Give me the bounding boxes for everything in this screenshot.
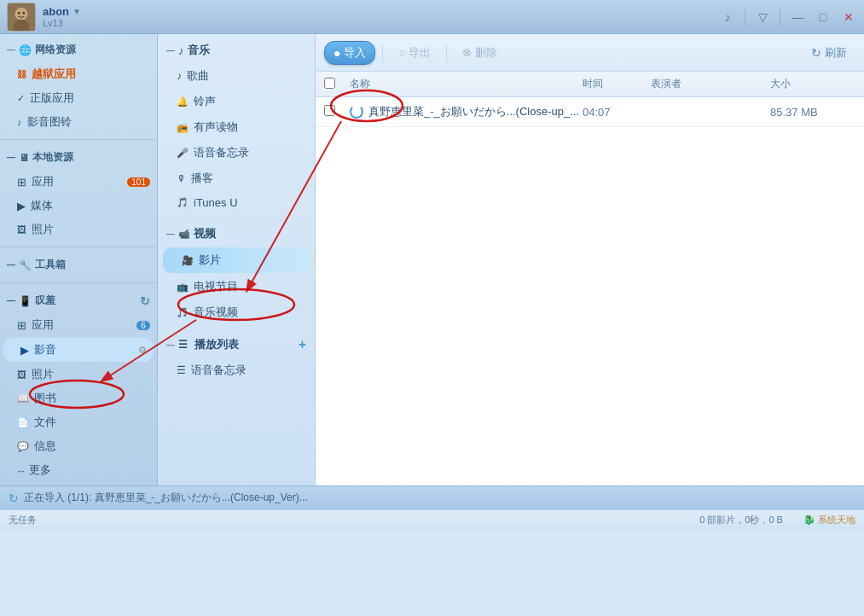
cat-item-songs[interactable]: ♪ 歌曲 xyxy=(158,63,315,89)
music-header-label: 音乐 xyxy=(188,43,210,58)
legit-icon: ✓ xyxy=(17,93,25,104)
local-apps-icon: ⊞ xyxy=(17,176,26,189)
podcasts-label: 播客 xyxy=(191,171,213,186)
watermark: 🐉 系统天地 xyxy=(803,514,855,526)
sidebar-item-local-media[interactable]: ▶ 媒体 xyxy=(0,194,157,218)
legit-label: 正版应用 xyxy=(30,90,74,106)
local-photos-label: 照片 xyxy=(32,222,54,237)
content-panel: ● 导入 ○ 导出 ⊗ 删除 ↻ 刷新 xyxy=(316,34,864,485)
device-books-icon: 📖 xyxy=(17,393,29,404)
audiobooks-label: 有声读物 xyxy=(194,119,238,135)
device-apps-icon: ⊞ xyxy=(17,319,26,332)
music-category: — ♪ 音乐 ♪ 歌曲 🔔 铃声 📻 有声读物 🎤 xyxy=(158,34,315,218)
local-media-label: 媒体 xyxy=(31,198,53,213)
tvshows-label: 电视节目 xyxy=(194,279,238,294)
podcasts-icon: 🎙 xyxy=(177,173,186,183)
row-checkbox[interactable] xyxy=(324,105,335,116)
local-collapse-icon: — xyxy=(7,153,15,162)
movies-icon: 🎥 xyxy=(182,255,194,266)
sidebar-item-device-books[interactable]: 📖 图书 xyxy=(0,386,157,410)
device-refresh-icon[interactable]: ↻ xyxy=(140,294,150,308)
device-books-label: 图书 xyxy=(34,391,56,406)
add-playlist-icon[interactable]: + xyxy=(299,337,306,352)
menu-icon[interactable]: ▽ xyxy=(751,5,774,29)
musicvideos-label: 音乐视频 xyxy=(194,305,238,320)
sidebar-item-ringtone[interactable]: ♪ 影音图铃 xyxy=(0,110,157,134)
export-button[interactable]: ○ 导出 xyxy=(390,42,439,64)
sidebar-item-device-photos[interactable]: 🖼 照片 xyxy=(0,363,157,386)
dropdown-arrow-icon[interactable]: ▼ xyxy=(72,7,81,16)
toolbox-icon: 🔧 xyxy=(19,259,32,271)
cat-item-tvshows[interactable]: 📺 电视节目 xyxy=(158,274,315,299)
cat-item-voicememos[interactable]: 🎤 语音备忘录 xyxy=(158,140,315,166)
svg-point-1 xyxy=(14,7,27,20)
network-section-header: — 🌐 网络资源 xyxy=(0,38,157,62)
sidebar-item-device-media[interactable]: ▶ 影音 ⚙ xyxy=(3,338,154,362)
delete-button[interactable]: ⊗ 删除 xyxy=(454,42,506,64)
titlebar: abon ▼ Lv13 ♪ ▽ — □ ✕ xyxy=(0,0,864,34)
video-header-icon: 📹 xyxy=(178,229,190,240)
sidebar-item-device-files[interactable]: 📄 文件 xyxy=(0,410,157,434)
local-icon: 🖥 xyxy=(19,152,29,164)
toolbox-header[interactable]: — 🔧 工具箱 xyxy=(0,253,157,277)
cat-item-itunesu[interactable]: 🎵 iTunes U xyxy=(158,191,315,214)
jailbreak-label: 越狱应用 xyxy=(32,67,76,82)
video-collapse-icon: — xyxy=(166,230,175,239)
device-photos-icon: 🖼 xyxy=(17,369,26,380)
ringtone-label: 影音图铃 xyxy=(27,114,72,130)
music-collapse-icon: — xyxy=(166,46,175,55)
cat-item-movies[interactable]: 🎥 影片 xyxy=(163,247,310,273)
import-label: 导入 xyxy=(344,45,366,61)
device-messages-label: 信息 xyxy=(34,439,56,454)
refresh-button[interactable]: ↻ 刷新 xyxy=(803,42,855,64)
table-row[interactable]: 真野恵里菜_-_お願いだから...(Close-up_... 04:07 85.… xyxy=(316,97,864,127)
delete-label: 删除 xyxy=(475,45,497,61)
toolbox-label: 工具箱 xyxy=(35,258,66,272)
sidebar-item-device-messages[interactable]: 💬 信息 xyxy=(0,434,157,458)
music-icon[interactable]: ♪ xyxy=(716,5,739,29)
row-check[interactable] xyxy=(324,105,350,119)
local-section-header: — 🖥 本地资源 xyxy=(0,145,157,170)
cat-item-podcasts[interactable]: 🎙 播客 xyxy=(158,166,315,191)
import-button[interactable]: ● 导入 xyxy=(324,41,375,65)
sidebar-item-device-more[interactable]: ··· 更多 xyxy=(0,458,157,482)
svg-point-3 xyxy=(18,11,20,14)
category-panel: — ♪ 音乐 ♪ 歌曲 🔔 铃声 📻 有声读物 🎤 xyxy=(158,34,316,485)
cat-item-audiobooks[interactable]: 📻 有声读物 xyxy=(158,114,315,140)
device-files-label: 文件 xyxy=(34,415,56,430)
delete-circle-icon: ⊗ xyxy=(462,46,472,59)
device-media-settings-icon[interactable]: ⚙ xyxy=(138,345,147,356)
sidebar-item-legit[interactable]: ✓ 正版应用 xyxy=(0,86,157,110)
device-section-header: — 📱 叹羞 ↻ xyxy=(0,288,157,313)
sidebar-item-jailbreak[interactable]: ⛓ 越狱应用 xyxy=(0,62,157,86)
select-all-checkbox[interactable] xyxy=(324,78,335,89)
svg-point-4 xyxy=(22,11,25,14)
close-button[interactable]: ✕ xyxy=(837,5,861,29)
sidebar-item-device-apps[interactable]: ⊞ 应用 6 xyxy=(0,313,157,337)
row-size: 85.37 MB xyxy=(770,106,855,119)
sidebar-item-local-apps[interactable]: ⊞ 应用 101 xyxy=(0,170,157,194)
device-section: — 📱 叹羞 ↻ ⊞ 应用 6 ▶ 影音 ⚙ 🖼 xyxy=(0,285,157,485)
itunesu-icon: 🎵 xyxy=(177,197,188,208)
col-check-header[interactable] xyxy=(324,78,350,91)
sidebar-item-local-photos[interactable]: 🖼 照片 xyxy=(0,218,157,241)
collapse-icon: — xyxy=(7,45,15,55)
refresh-icon: ↻ xyxy=(811,46,821,60)
device-apps-label: 应用 xyxy=(32,317,54,333)
content-wrapper: — 🌐 网络资源 ⛓ 越狱应用 ✓ 正版应用 ♪ 影音图铃 xyxy=(0,34,864,530)
cat-item-ringtones[interactable]: 🔔 铃声 xyxy=(158,89,315,114)
maximize-button[interactable]: □ xyxy=(811,5,835,29)
device-messages-icon: 💬 xyxy=(17,441,29,452)
musicvideos-icon: 🎵 xyxy=(177,307,188,318)
minimize-button[interactable]: — xyxy=(786,5,809,29)
device-apps-badge: 6 xyxy=(136,321,150,330)
col-size-header: 大小 xyxy=(770,77,855,91)
cat-item-musicvideos[interactable]: 🎵 音乐视频 xyxy=(158,299,315,325)
device-label: 叹羞 xyxy=(35,293,55,308)
loading-spinner xyxy=(350,105,363,119)
cat-item-voicerecord[interactable]: ☰ 语音备忘录 xyxy=(158,357,315,383)
video-category: — 📹 视频 🎥 影片 📺 电视节目 🎵 音乐视频 xyxy=(158,218,315,328)
sidebar: — 🌐 网络资源 ⛓ 越狱应用 ✓ 正版应用 ♪ 影音图铃 xyxy=(0,34,158,485)
avatar xyxy=(7,3,36,32)
local-apps-badge: 101 xyxy=(127,177,150,187)
